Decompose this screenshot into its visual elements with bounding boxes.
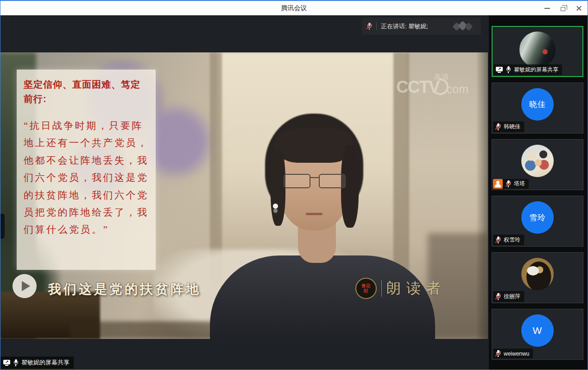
screen-share-banner: 瞿敏妮的屏幕共享 (0, 357, 74, 369)
avatar-photo (521, 145, 554, 177)
window-controls (539, 1, 587, 15)
member-badge-icon (493, 179, 503, 189)
participant-tile[interactable]: 徐丽萍 (492, 252, 583, 303)
participant-tile-screen-share[interactable]: 瞿敏妮的屏幕共享 (492, 26, 583, 77)
minimize-button[interactable] (539, 1, 555, 15)
speaking-banner: 正在讲话: 瞿敏妮; (362, 18, 481, 35)
participant-tile[interactable]: 晓佳 韩晓佳 (492, 83, 583, 134)
program-logo: 青花郎 朗读者 (355, 278, 446, 299)
mic-muted-icon (495, 350, 501, 357)
restore-icon (561, 7, 565, 11)
mic-muted-icon (506, 180, 511, 187)
avatar-initials: 雪玲 (521, 201, 554, 234)
participant-name: weiwenwu (504, 351, 529, 357)
avatar-initials: W (521, 314, 554, 347)
person-mouth (306, 213, 322, 215)
logo-divider (381, 280, 382, 297)
participant-name: 瞿敏妮的屏幕共享 (514, 66, 558, 74)
mic-muted-icon (495, 293, 501, 300)
close-icon (576, 5, 582, 11)
avatar-initials: 晓佳 (521, 88, 554, 121)
cctv-hd-text: 高清 (434, 73, 449, 82)
tile-label: weiwenwu (493, 349, 533, 358)
participant-name: 权雪玲 (504, 236, 520, 244)
tile-label: 徐丽萍 (493, 291, 524, 302)
avatar-photo (519, 32, 556, 68)
cctv-watermark: CCTV com 高清 (396, 78, 468, 96)
close-button[interactable] (571, 1, 587, 15)
cctv-domain-text: com (447, 83, 468, 96)
mic-on-icon (13, 359, 19, 366)
shared-screen-video[interactable]: 坚定信仰、直面困难、笃定前行: “抗日战争时期，只要阵地上还有一个共产党员，他都… (0, 52, 488, 339)
video-floor-shadow (70, 321, 223, 339)
mic-on-icon (506, 66, 511, 73)
participants-sidebar: 瞿敏妮的屏幕共享 晓佳 韩晓佳 塔塔 雪玲 权雪玲 (489, 15, 588, 370)
participant-name: 塔塔 (514, 180, 525, 188)
program-name: 朗读者 (386, 279, 446, 298)
tencent-meeting-logo-icon (451, 21, 476, 32)
tile-label: 塔塔 (493, 179, 529, 189)
minimize-icon (544, 8, 550, 9)
play-button[interactable] (13, 274, 37, 298)
video-subtitle: 我们这是党的扶贫阵地 (48, 281, 201, 298)
sponsor-badge: 青花郎 (355, 278, 377, 299)
quote-title: 坚定信仰、直面困难、笃定前行: (24, 77, 149, 106)
screen-share-icon (3, 360, 10, 366)
participant-tile[interactable]: 塔塔 (492, 139, 583, 190)
participant-name: 徐丽萍 (504, 293, 520, 300)
mic-muted-icon (367, 23, 372, 30)
person-face (277, 135, 351, 230)
quote-overlay-box: 坚定信仰、直面困难、笃定前行: “抗日战争时期，只要阵地上还有一个共产党员，他都… (17, 70, 156, 270)
tile-label: 瞿敏妮的屏幕共享 (493, 64, 562, 75)
tile-label: 权雪玲 (493, 235, 524, 245)
person-earphone-mic (273, 204, 278, 209)
mic-muted-icon (495, 123, 501, 130)
mic-muted-icon (495, 236, 501, 243)
tile-label: 韩晓佳 (493, 121, 524, 132)
participant-tile[interactable]: 雪玲 权雪玲 (492, 196, 583, 247)
collapsed-panel-handle[interactable] (0, 214, 5, 239)
banner-divider (376, 22, 377, 30)
share-banner-label: 瞿敏妮的屏幕共享 (21, 358, 70, 367)
participant-name: 韩晓佳 (504, 123, 520, 131)
restore-button[interactable] (555, 1, 571, 15)
titlebar: 腾讯会议 (0, 1, 588, 15)
participant-tile[interactable]: W weiwenwu (492, 309, 583, 360)
avatar-photo (521, 258, 554, 290)
video-edge-shade (476, 52, 488, 339)
screen-share-icon (496, 67, 503, 73)
person-head (271, 116, 358, 235)
tencent-meeting-window: 腾讯会议 正在讲话: 瞿敏妮; (0, 0, 588, 370)
window-title: 腾讯会议 (281, 4, 307, 13)
quote-body: “抗日战争时期，只要阵地上还有一个共产党员，他都不会让阵地丢失，我们六个党员，我… (24, 117, 149, 239)
person-glasses (284, 174, 346, 190)
speaking-text: 正在讲话: 瞿敏妮; (381, 22, 428, 31)
